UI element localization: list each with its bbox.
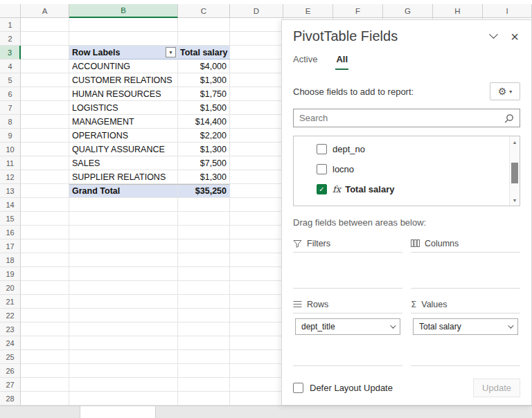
column-header-G[interactable]: G xyxy=(383,4,433,18)
cell-C16[interactable] xyxy=(178,226,230,239)
cell-A19[interactable] xyxy=(21,267,69,281)
cell-B2[interactable] xyxy=(69,32,178,46)
row-header-7[interactable]: 7 xyxy=(0,101,21,115)
pivot-row-value[interactable]: $4,000 xyxy=(178,60,230,73)
cell-A12[interactable] xyxy=(21,170,69,184)
cell-C21[interactable] xyxy=(178,295,230,309)
cell-B24[interactable] xyxy=(69,336,178,350)
cell-A10[interactable] xyxy=(21,143,69,156)
cell-C2[interactable] xyxy=(178,32,230,46)
pivot-row-value[interactable]: $14,400 xyxy=(178,115,230,129)
cell-C27[interactable] xyxy=(178,378,230,392)
cell-D4[interactable] xyxy=(230,60,283,73)
row-header-19[interactable]: 19 xyxy=(0,267,21,281)
active-sheet-tab[interactable] xyxy=(80,406,156,418)
cell-C19[interactable] xyxy=(178,267,230,281)
cell-B21[interactable] xyxy=(69,295,178,309)
cell-B25[interactable] xyxy=(69,350,178,364)
grand-total-value[interactable]: $35,250 xyxy=(178,184,230,198)
cell-D1[interactable] xyxy=(230,18,283,32)
cell-C18[interactable] xyxy=(178,253,230,267)
column-header-D[interactable]: D xyxy=(230,4,283,18)
cell-D13[interactable] xyxy=(230,184,283,198)
filters-drop-zone[interactable] xyxy=(293,253,402,289)
row-header-6[interactable]: 6 xyxy=(0,87,21,101)
row-header-4[interactable]: 4 xyxy=(0,60,21,73)
cell-B18[interactable] xyxy=(69,253,178,267)
row-header-26[interactable]: 26 xyxy=(0,364,21,378)
cell-D11[interactable] xyxy=(230,156,283,170)
cell-B19[interactable] xyxy=(69,267,178,281)
cell-D27[interactable] xyxy=(230,378,283,392)
cell-A23[interactable] xyxy=(21,322,69,336)
cell-A2[interactable] xyxy=(21,32,69,46)
scroll-down-icon[interactable]: ▼ xyxy=(510,195,520,205)
row-header-11[interactable]: 11 xyxy=(0,156,21,170)
cell-A26[interactable] xyxy=(21,364,69,378)
scroll-thumb[interactable] xyxy=(511,163,518,183)
cell-B16[interactable] xyxy=(69,226,178,239)
cell-D24[interactable] xyxy=(230,336,283,350)
column-header-B[interactable]: B xyxy=(69,4,178,18)
pivot-row-value[interactable]: $1,300 xyxy=(178,73,230,87)
row-header-17[interactable]: 17 xyxy=(0,239,21,253)
cell-C26[interactable] xyxy=(178,364,230,378)
cell-C28[interactable] xyxy=(178,392,230,406)
pivot-row-label[interactable]: QUALITY ASSURANCE xyxy=(69,143,178,156)
cell-A27[interactable] xyxy=(21,378,69,392)
cell-D23[interactable] xyxy=(230,322,283,336)
row-header-15[interactable]: 15 xyxy=(0,212,21,226)
row-header-8[interactable]: 8 xyxy=(0,115,21,129)
pivot-row-label[interactable]: MANAGEMENT xyxy=(69,115,178,129)
cell-D17[interactable] xyxy=(230,239,283,253)
cell-D20[interactable] xyxy=(230,281,283,295)
scroll-up-icon[interactable]: ▲ xyxy=(510,137,520,147)
cell-B28[interactable] xyxy=(69,392,178,406)
cell-D2[interactable] xyxy=(230,32,283,46)
tab-all[interactable]: All xyxy=(335,54,348,70)
update-button[interactable]: Update xyxy=(473,379,520,397)
cell-A28[interactable] xyxy=(21,392,69,406)
cell-B17[interactable] xyxy=(69,239,178,253)
cell-C14[interactable] xyxy=(178,198,230,212)
cell-C23[interactable] xyxy=(178,322,230,336)
rows-drop-zone[interactable]: dept_title xyxy=(293,314,402,366)
cell-A20[interactable] xyxy=(21,281,69,295)
cell-A1[interactable] xyxy=(21,18,69,32)
cell-C24[interactable] xyxy=(178,336,230,350)
cell-B23[interactable] xyxy=(69,322,178,336)
cell-D9[interactable] xyxy=(230,129,283,143)
cell-C17[interactable] xyxy=(178,239,230,253)
cell-A8[interactable] xyxy=(21,115,69,129)
cell-A6[interactable] xyxy=(21,87,69,101)
cell-D21[interactable] xyxy=(230,295,283,309)
cell-B26[interactable] xyxy=(69,364,178,378)
rows-field-chip[interactable]: dept_title xyxy=(295,318,400,335)
column-header-E[interactable]: E xyxy=(283,4,333,18)
cell-D5[interactable] xyxy=(230,73,283,87)
columns-drop-zone[interactable] xyxy=(411,253,520,289)
cell-A13[interactable] xyxy=(21,184,69,198)
pivot-row-label[interactable]: OPERATIONS xyxy=(69,129,178,143)
column-header-A[interactable]: A xyxy=(21,4,69,18)
cell-D18[interactable] xyxy=(230,253,283,267)
cell-C15[interactable] xyxy=(178,212,230,226)
cell-D8[interactable] xyxy=(230,115,283,129)
grand-total-label[interactable]: Grand Total xyxy=(69,184,178,198)
cell-D10[interactable] xyxy=(230,143,283,156)
search-input[interactable] xyxy=(299,113,504,123)
select-all-corner[interactable] xyxy=(0,4,21,18)
cell-A7[interactable] xyxy=(21,101,69,115)
row-header-22[interactable]: 22 xyxy=(0,309,21,322)
pivot-row-value[interactable]: $1,300 xyxy=(178,170,230,184)
cell-D26[interactable] xyxy=(230,364,283,378)
pivot-row-label[interactable]: SALES xyxy=(69,156,178,170)
pivot-row-label[interactable]: CUSTOMER RELATIONS xyxy=(69,73,178,87)
pivot-row-label[interactable]: LOGISTICS xyxy=(69,101,178,115)
cell-D19[interactable] xyxy=(230,267,283,281)
field-checkbox[interactable]: ✓ xyxy=(317,184,327,194)
close-icon[interactable]: × xyxy=(511,30,519,44)
values-drop-zone[interactable]: Total salary xyxy=(411,314,520,366)
cell-A5[interactable] xyxy=(21,73,69,87)
row-header-13[interactable]: 13 xyxy=(0,184,21,198)
